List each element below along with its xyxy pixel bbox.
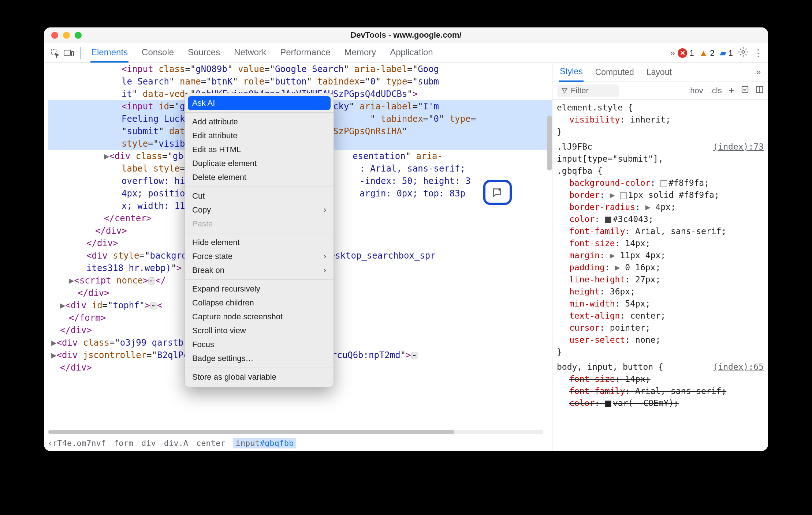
warning-badge[interactable]: ▲2 [699, 48, 715, 58]
style-declaration[interactable]: user-select: none; [557, 334, 764, 346]
style-declaration[interactable]: color: #3c4043; [557, 213, 764, 225]
context-menu-item[interactable]: Cut [185, 189, 334, 203]
settings-icon[interactable] [738, 47, 748, 59]
context-menu-item[interactable]: Badge settings… [185, 352, 334, 365]
hov-toggle[interactable]: :hov [688, 86, 703, 95]
context-menu-item[interactable]: Force state› [185, 249, 334, 263]
breadcrumb-item-selected[interactable]: input#gbqfbb [233, 438, 296, 448]
styles-filter-bar: Filter :hov .cls + [552, 82, 768, 99]
style-declaration[interactable]: font-family: Arial, sans-serif; [557, 385, 764, 397]
close-window-button[interactable] [51, 32, 58, 39]
style-declaration[interactable]: background-color: #f8f9fa; [557, 177, 764, 189]
context-menu-item[interactable]: Copy› [185, 203, 334, 217]
style-declaration[interactable]: font-size: 14px; [557, 237, 764, 249]
issue-badge[interactable]: ▰1 [720, 48, 733, 58]
minimize-window-button[interactable] [63, 32, 70, 39]
error-badge[interactable]: ✕1 [678, 48, 694, 58]
style-declaration[interactable]: height: 36px; [557, 286, 764, 298]
computed-toggle-icon[interactable] [756, 86, 764, 96]
style-declaration[interactable]: min-width: 54px; [557, 298, 764, 310]
context-menu-item[interactable]: Store as global variable [185, 370, 334, 384]
context-menu-item[interactable]: Duplicate element [185, 157, 334, 170]
context-menu-item[interactable]: Break on› [185, 263, 334, 277]
funnel-icon [561, 87, 568, 94]
devtools-window: DevTools - www.google.com/ ElementsConso… [44, 27, 768, 451]
svg-point-3 [742, 51, 745, 53]
breadcrumb-item[interactable]: ‹rT4e.om7nvf [48, 439, 106, 448]
style-declaration[interactable]: padding: ▶ 0 16px; [557, 262, 764, 274]
styles-tab-layout[interactable]: Layout [646, 63, 673, 81]
rule-selector[interactable]: element.style { [557, 102, 764, 114]
breadcrumb-bar: ‹rT4e.om7nvfformdivdiv.Acenterinput#gbqf… [44, 435, 552, 451]
context-menu-item[interactable]: Ask AI [188, 96, 331, 110]
panel-tab-console[interactable]: Console [141, 44, 175, 63]
dom-line[interactable]: <input class="gNO89b" value="Google Sear… [48, 63, 552, 75]
context-menu: Ask AIAdd attributeEdit attributeEdit as… [185, 93, 334, 387]
context-menu-item[interactable]: Edit attribute [185, 129, 334, 143]
breadcrumb-item[interactable]: form [114, 439, 133, 448]
style-declaration[interactable]: font-family: Arial, sans-serif; [557, 225, 764, 237]
panel-tab-elements[interactable]: Elements [90, 44, 128, 63]
new-style-icon[interactable]: + [729, 85, 734, 97]
horizontal-scrollbar[interactable] [48, 430, 543, 434]
style-declaration[interactable]: font-size: 14px; [557, 373, 764, 385]
breadcrumb-item[interactable]: div.A [164, 439, 188, 448]
style-declaration[interactable]: text-align: center; [557, 310, 764, 322]
cls-toggle[interactable]: .cls [710, 86, 722, 95]
breadcrumb-item[interactable]: div [141, 439, 156, 448]
style-declaration[interactable]: margin: ▶ 11px 4px; [557, 249, 764, 262]
style-declaration[interactable]: border-radius: ▶ 4px; [557, 201, 764, 213]
context-menu-separator [185, 233, 334, 233]
new-rule-icon[interactable] [741, 86, 749, 96]
styles-tab-styles[interactable]: Styles [559, 63, 584, 82]
issue-count: 1 [729, 48, 733, 58]
window-title: DevTools - www.google.com/ [350, 30, 461, 40]
vertical-scrollbar[interactable] [547, 64, 552, 429]
context-menu-item[interactable]: Focus [185, 338, 334, 352]
inspect-icon[interactable] [49, 47, 61, 59]
panel-tabs-overflow[interactable]: » [669, 44, 675, 62]
rule-close: } [557, 346, 764, 358]
panel-tab-network[interactable]: Network [233, 44, 267, 63]
styles-tabs-overflow[interactable]: » [755, 63, 761, 81]
context-menu-item[interactable]: Delete element [185, 170, 334, 184]
titlebar: DevTools - www.google.com/ [44, 27, 768, 43]
style-declaration[interactable]: border: ▶ 1px solid #f8f9fa; [557, 189, 764, 201]
style-declaration[interactable]: visibility: inherit; [557, 114, 764, 126]
panel-tab-performance[interactable]: Performance [279, 44, 331, 63]
panel-tabs: ElementsConsoleSourcesNetworkPerformance… [90, 44, 674, 63]
dom-line[interactable]: le Search" name="btnK" role="button" tab… [48, 75, 552, 88]
style-declaration[interactable]: cursor: pointer; [557, 322, 764, 334]
svg-rect-6 [757, 86, 760, 93]
filter-input[interactable]: Filter [557, 84, 619, 97]
context-menu-item[interactable]: Edit as HTML [185, 143, 334, 157]
styles-sidebar: StylesComputedLayout» Filter :hov .cls +… [552, 63, 768, 451]
panel-tab-memory[interactable]: Memory [344, 44, 377, 63]
zoom-window-button[interactable] [75, 32, 82, 39]
context-menu-item[interactable]: Add attribute [185, 115, 334, 129]
rule-selector[interactable]: (index):65body, input, button { [557, 361, 764, 373]
svg-rect-4 [742, 86, 748, 93]
context-menu-item[interactable]: Capture node screenshot [185, 310, 334, 324]
context-menu-item[interactable]: Scroll into view [185, 324, 334, 338]
panel-tab-sources[interactable]: Sources [187, 44, 221, 63]
context-menu-item[interactable]: Collapse children [185, 296, 334, 310]
context-menu-item[interactable]: Hide element [185, 236, 334, 249]
styles-tab-computed[interactable]: Computed [595, 63, 635, 81]
rule-selector[interactable]: (index):73.lJ9FBcinput[type="submit"],.g… [557, 141, 764, 177]
context-menu-item[interactable]: Expand recursively [185, 282, 334, 296]
styles-tabs: StylesComputedLayout» [552, 63, 768, 82]
breadcrumb-item[interactable]: center [196, 439, 225, 448]
styles-rules[interactable]: element.style {visibility: inherit;}(ind… [552, 99, 768, 451]
style-declaration[interactable]: line-height: 27px; [557, 274, 764, 286]
ask-ai-button[interactable] [483, 180, 512, 205]
traffic-lights [51, 32, 82, 39]
style-declaration[interactable]: color: var(--COEmY); [557, 397, 764, 409]
device-mode-icon[interactable] [63, 47, 75, 59]
panel-tab-application[interactable]: Application [389, 44, 433, 63]
context-menu-separator [185, 187, 334, 187]
error-count: 1 [689, 48, 694, 58]
rule-source[interactable]: (index):73 [713, 141, 764, 153]
svg-rect-1 [64, 50, 71, 55]
rule-source[interactable]: (index):65 [713, 361, 764, 373]
